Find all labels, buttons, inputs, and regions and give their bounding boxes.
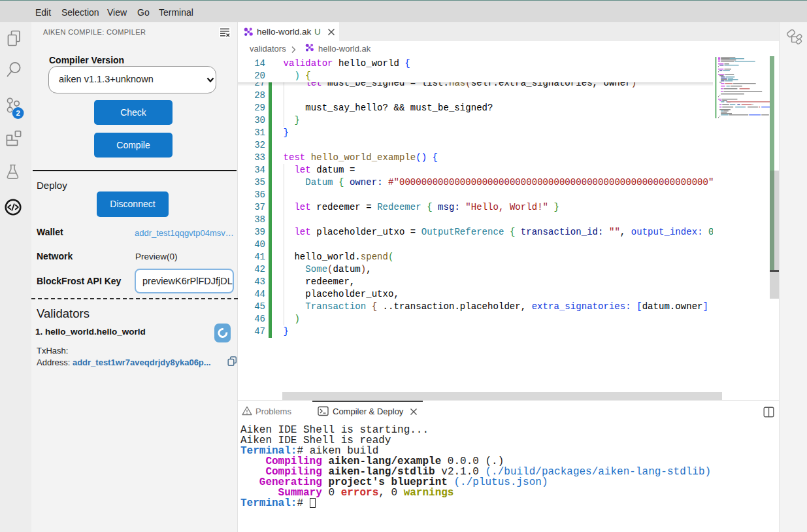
svg-text:2: 2 [16,109,20,117]
